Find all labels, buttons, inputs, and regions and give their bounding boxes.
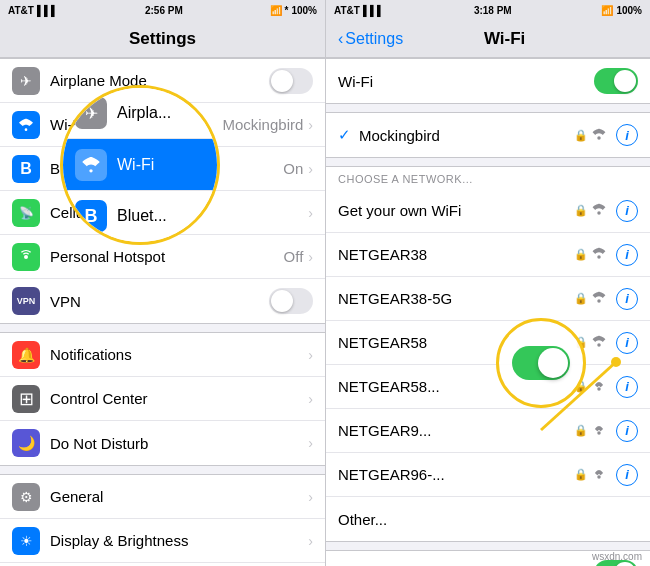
svg-point-9: [597, 343, 601, 347]
mockingbird-row[interactable]: ✓ Mockingbird 🔒 i: [326, 113, 650, 157]
netgear58b-signal-icon: [592, 379, 606, 394]
dnd-chevron: ›: [308, 435, 313, 451]
row-display[interactable]: ☀ Display & Brightness ›: [0, 519, 325, 563]
right-status-left: AT&T ▌▌▌: [334, 5, 384, 16]
netgear96-info-btn[interactable]: i: [616, 464, 638, 486]
svg-point-12: [597, 475, 601, 479]
control-label: Control Center: [50, 390, 308, 407]
choose-network-section: CHOOSE A NETWORK... Get your own WiFi 🔒 …: [326, 166, 650, 542]
right-nav-bar: ‹ Settings Wi-Fi: [326, 20, 650, 58]
wifi-chevron: ›: [308, 117, 313, 133]
row-notifications[interactable]: 🔔 Notifications ›: [0, 333, 325, 377]
mockingbird-info-btn[interactable]: i: [616, 124, 638, 146]
mockingbird-lock-icon: 🔒: [574, 129, 588, 142]
netgear385g-info-btn[interactable]: i: [616, 288, 638, 310]
other-row[interactable]: Other...: [326, 497, 650, 541]
zoom-content: ✈ Airpla... Wi-Fi B Bluet...: [63, 88, 217, 242]
left-panel: AT&T ▌▌▌ 2:56 PM 📶 * 100% Settings ✈ Air…: [0, 0, 325, 566]
left-nav-bar: Settings: [0, 20, 325, 58]
right-zoom-circle: [496, 318, 586, 408]
back-chevron-icon: ‹: [338, 30, 343, 48]
wifi-main-toggle[interactable]: [594, 68, 638, 94]
getyourown-row[interactable]: Get your own WiFi 🔒 i: [326, 189, 650, 233]
row-vpn[interactable]: VPN VPN: [0, 279, 325, 323]
netgear96-signal-icon: [592, 467, 606, 482]
getyourown-info-btn[interactable]: i: [616, 200, 638, 222]
left-signal: ▌▌▌: [37, 5, 58, 16]
netgear58b-info-btn[interactable]: i: [616, 376, 638, 398]
bluetooth-chevron: ›: [308, 161, 313, 177]
netgear9-info-btn[interactable]: i: [616, 420, 638, 442]
connected-network-section: ✓ Mockingbird 🔒 i: [326, 112, 650, 158]
left-time: 2:56 PM: [145, 5, 183, 16]
airplane-toggle[interactable]: [269, 68, 313, 94]
bluetooth-icon: B: [12, 155, 40, 183]
airplane-toggle-thumb: [271, 70, 293, 92]
netgear38-info-btn[interactable]: i: [616, 244, 638, 266]
notifications-chevron: ›: [308, 347, 313, 363]
display-chevron: ›: [308, 533, 313, 549]
netgear9-lock-icon: 🔒: [574, 424, 588, 437]
left-nav-title: Settings: [129, 29, 196, 49]
left-status-left: AT&T ▌▌▌: [8, 5, 58, 16]
svg-point-1: [24, 255, 28, 259]
choose-network-header: CHOOSE A NETWORK...: [326, 167, 650, 189]
bluetooth-value: On: [283, 160, 303, 177]
right-signal: ▌▌▌: [363, 5, 384, 16]
notifications-label: Notifications: [50, 346, 308, 363]
wifi-toggle-section: Wi-Fi: [326, 58, 650, 104]
back-label: Settings: [345, 30, 403, 48]
netgear58b-row[interactable]: NETGEAR58... 🔒 i: [326, 365, 650, 409]
left-carrier: AT&T: [8, 5, 34, 16]
right-battery: 100%: [616, 5, 642, 16]
general-chevron: ›: [308, 489, 313, 505]
notifications-icon: 🔔: [12, 341, 40, 369]
netgear96-row[interactable]: NETGEAR96-... 🔒 i: [326, 453, 650, 497]
back-button[interactable]: ‹ Settings: [338, 30, 403, 48]
right-status-right: 📶 100%: [601, 5, 642, 16]
vpn-toggle-thumb: [271, 290, 293, 312]
netgear38-label: NETGEAR38: [338, 246, 574, 263]
right-time: 3:18 PM: [474, 5, 512, 16]
netgear385g-row[interactable]: NETGEAR38-5G 🔒 i: [326, 277, 650, 321]
svg-point-2: [89, 169, 92, 172]
right-panel: AT&T ▌▌▌ 3:18 PM 📶 100% ‹ Settings Wi-Fi…: [325, 0, 650, 566]
getyourown-lock-icon: 🔒: [574, 204, 588, 217]
control-icon: ⊞: [12, 385, 40, 413]
right-nav-title: Wi-Fi: [411, 29, 598, 49]
netgear38-lock-icon: 🔒: [574, 248, 588, 261]
netgear9-icons: 🔒 i: [574, 420, 638, 442]
zoom-wifi-label: Wi-Fi: [117, 156, 154, 174]
vpn-label: VPN: [50, 293, 269, 310]
cellular-chevron: ›: [308, 205, 313, 221]
svg-point-5: [597, 136, 601, 140]
netgear58-info-btn[interactable]: i: [616, 332, 638, 354]
other-label: Other...: [338, 511, 638, 528]
right-zoom-thumb: [538, 348, 568, 378]
netgear38-row[interactable]: NETGEAR38 🔒 i: [326, 233, 650, 277]
right-zoom-content: [499, 321, 583, 405]
netgear38-signal-icon: [592, 247, 606, 262]
row-general[interactable]: ⚙ General ›: [0, 475, 325, 519]
row-control[interactable]: ⊞ Control Center ›: [0, 377, 325, 421]
mockingbird-label: Mockingbird: [359, 127, 574, 144]
mockingbird-icons: 🔒 i: [574, 124, 638, 146]
svg-point-0: [25, 128, 28, 131]
vpn-toggle[interactable]: [269, 288, 313, 314]
row-dnd[interactable]: 🌙 Do Not Disturb ›: [0, 421, 325, 465]
wifi-main-row[interactable]: Wi-Fi: [326, 59, 650, 103]
right-zoom-toggle: [512, 346, 570, 380]
zoom-bluetooth-label: Bluet...: [117, 207, 167, 225]
dnd-icon: 🌙: [12, 429, 40, 457]
wifi-main-toggle-thumb: [614, 70, 636, 92]
netgear9-signal-icon: [592, 423, 606, 438]
left-bluetooth-status: *: [285, 5, 289, 16]
dnd-label: Do Not Disturb: [50, 435, 308, 452]
netgear385g-label: NETGEAR38-5G: [338, 290, 574, 307]
netgear9-label: NETGEAR9...: [338, 422, 574, 439]
netgear58-row[interactable]: NETGEAR58 🔒 i: [326, 321, 650, 365]
getyourown-signal-icon: [592, 203, 606, 218]
right-status-bar: AT&T ▌▌▌ 3:18 PM 📶 100%: [326, 0, 650, 20]
netgear96-icons: 🔒 i: [574, 464, 638, 486]
netgear9-row[interactable]: NETGEAR9... 🔒 i: [326, 409, 650, 453]
